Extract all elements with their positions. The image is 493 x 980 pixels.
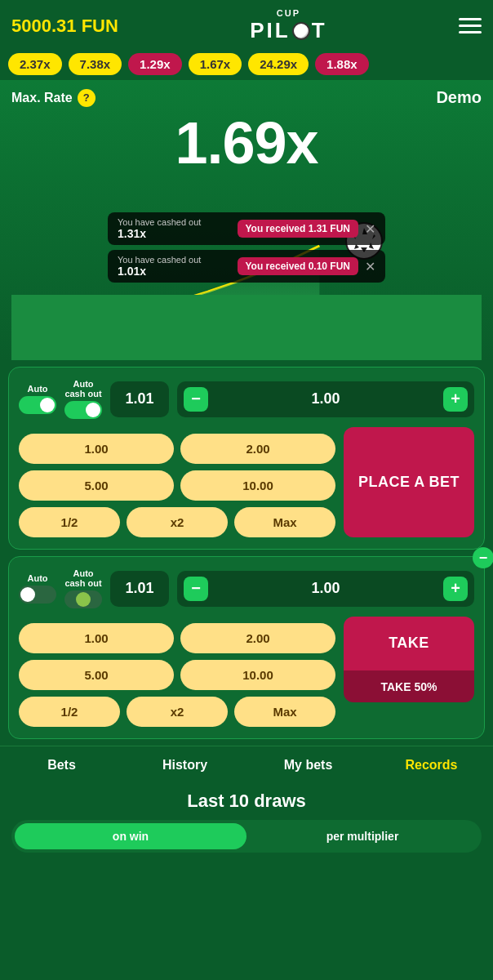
bet-action-1: PLACE A BET [344, 427, 474, 537]
last-draws-title: Last 10 draws [11, 791, 482, 812]
menu-line1 [459, 18, 482, 20]
quick-btn-1-max[interactable]: Max [234, 507, 335, 537]
auto-toggle-2[interactable] [19, 586, 56, 604]
amount-control-2: − 1.00 + [177, 571, 474, 607]
panel-minus-badge[interactable]: − [473, 547, 493, 568]
multiplier-pill-2[interactable]: 1.29x [128, 53, 182, 75]
bet-panel-2-layout: 1.00 2.00 5.00 10.00 1/2 x2 Max TAKE TAK… [19, 617, 474, 727]
cashout-toggle-1[interactable] [64, 401, 102, 419]
field-container: You have cashed out 1.31x You received 1… [11, 180, 482, 360]
multiplier-pill-4[interactable]: 24.29x [248, 53, 309, 75]
amount-increase-2[interactable]: + [443, 577, 468, 601]
balance-display: 5000.31 FUN [11, 16, 118, 37]
quick-btn-1-x2[interactable]: x2 [127, 507, 228, 537]
auto-toggle-1[interactable] [19, 396, 56, 414]
cashout-toggle-knob-1 [86, 403, 100, 417]
special-btns-1: 1/2 x2 Max [19, 507, 335, 537]
quick-btn-2-half[interactable]: 1/2 [19, 697, 120, 727]
multiplier-pill-5[interactable]: 1.88x [315, 53, 369, 75]
quick-btn-1-half[interactable]: 1/2 [19, 507, 120, 537]
bet-left-1: 1.00 2.00 5.00 10.00 1/2 x2 Max [19, 427, 335, 537]
multiplier-pill-1[interactable]: 7.38x [69, 53, 122, 75]
logo-pilot-text: PIL [250, 18, 290, 43]
tab-records[interactable]: Records [370, 746, 493, 782]
auto-cashout-label-2: Auto cash out [64, 568, 101, 588]
records-section: Last 10 draws on win per multiplier [0, 782, 493, 861]
cashout-note-2-close-icon[interactable]: ✕ [365, 259, 375, 274]
cashout-note-1-text: You have cashed out 1.31x [118, 217, 231, 240]
menu-button[interactable] [459, 18, 482, 33]
cashout-note-2-multiplier: 1.01x [118, 265, 231, 278]
amount-val-1: 1.00 [311, 390, 340, 408]
quick-btn-2-500[interactable]: 5.00 [19, 660, 174, 690]
menu-line2 [459, 24, 482, 27]
help-icon[interactable]: ? [78, 89, 95, 107]
filter-on-win[interactable]: on win [15, 823, 246, 849]
quick-btn-1-1000[interactable]: 10.00 [180, 470, 335, 501]
cashout-note-2-text: You have cashed out 1.01x [118, 255, 231, 278]
take50-button[interactable]: TAKE 50% [344, 670, 474, 702]
auto-label-2: Auto [27, 573, 47, 583]
amount-increase-1[interactable]: + [443, 387, 468, 412]
game-area: Max. Rate ? Demo 1.69x [0, 80, 493, 360]
tab-bar: Bets History My bets Records [0, 746, 493, 782]
place-bet-button[interactable]: PLACE A BET [344, 427, 474, 537]
bet-panel-1: Auto Auto cash out 1.01 − 1.00 + 1.00 2.… [8, 367, 485, 550]
quick-btns-1: 1.00 2.00 5.00 10.00 [19, 434, 335, 501]
quick-btn-1-100[interactable]: 1.00 [19, 434, 174, 464]
multiplier-pill-0[interactable]: 2.37x [8, 53, 62, 75]
logo-pilot-text2: T [312, 18, 327, 43]
max-rate-section: Max. Rate ? [11, 89, 95, 107]
auto-cashout-label-1: Auto cash out [64, 379, 101, 399]
auto-toggle-knob-2 [20, 587, 35, 602]
amount-val-2: 1.00 [311, 580, 340, 597]
filter-pills: on win per multiplier [11, 820, 482, 853]
cashout-toggle-2[interactable] [64, 590, 102, 608]
special-btns-2: 1/2 x2 Max [19, 697, 335, 727]
tab-history[interactable]: History [123, 746, 246, 782]
menu-line3 [459, 31, 482, 33]
quick-btn-2-max[interactable]: Max [234, 697, 335, 727]
auto-label-1: Auto [27, 384, 47, 394]
auto-section-1: Auto [19, 384, 56, 414]
quick-btn-2-200[interactable]: 2.00 [180, 623, 335, 653]
quick-btn-2-x2[interactable]: x2 [127, 697, 228, 727]
cashout-note-1-small: You have cashed out [118, 217, 231, 227]
cashout-note-1-received: You received 1.31 FUN [238, 220, 359, 238]
multiplier-pill-3[interactable]: 1.67x [189, 53, 242, 75]
quick-btn-2-1000[interactable]: 10.00 [180, 660, 335, 690]
game-top-row: Max. Rate ? Demo [11, 88, 482, 107]
field-grass [11, 295, 482, 360]
cashout-val-1[interactable]: 1.01 [110, 381, 169, 417]
amount-decrease-1[interactable]: − [184, 387, 208, 412]
amount-control-1: − 1.00 + [177, 381, 474, 417]
quick-btns-2: 1.00 2.00 5.00 10.00 [19, 623, 335, 690]
cashout-note-2: You have cashed out 1.01x You received 0… [108, 250, 385, 283]
auto-section-2: Auto [19, 573, 56, 604]
logo: CUP PIL T [250, 8, 326, 43]
cashout-val-2[interactable]: 1.01 [110, 571, 169, 607]
filter-per-multiplier[interactable]: per multiplier [246, 823, 478, 849]
logo-pilot-row: PIL T [250, 18, 326, 43]
tab-my-bets[interactable]: My bets [246, 746, 370, 782]
cashout-note-2-received: You received 0.10 FUN [238, 257, 359, 275]
logo-cup-text: CUP [277, 8, 300, 18]
quick-btn-1-200[interactable]: 2.00 [180, 434, 335, 464]
amount-decrease-2[interactable]: − [184, 577, 208, 601]
cashout-note-1-multiplier: 1.31x [118, 227, 231, 240]
auto-cashout-section-1: Auto cash out [64, 379, 102, 419]
tab-bets[interactable]: Bets [0, 746, 123, 782]
max-rate-label: Max. Rate [11, 91, 73, 105]
cashout-note-1-close-icon[interactable]: ✕ [365, 221, 375, 237]
cashout-val-text-2: 1.01 [125, 580, 153, 597]
demo-badge: Demo [436, 88, 482, 107]
cashout-val-text-1: 1.01 [125, 390, 153, 408]
header: 5000.31 FUN CUP PIL T [0, 0, 493, 48]
quick-btn-1-500[interactable]: 5.00 [19, 470, 174, 501]
bet-left-2: 1.00 2.00 5.00 10.00 1/2 x2 Max [19, 617, 335, 727]
bet-panel-1-layout: 1.00 2.00 5.00 10.00 1/2 x2 Max PLACE A … [19, 427, 474, 537]
take-button[interactable]: TAKE [344, 617, 474, 670]
take-action-area: TAKE TAKE 50% [344, 617, 474, 727]
quick-btn-2-100[interactable]: 1.00 [19, 623, 174, 653]
cashout-notifications: You have cashed out 1.31x You received 1… [108, 212, 385, 283]
